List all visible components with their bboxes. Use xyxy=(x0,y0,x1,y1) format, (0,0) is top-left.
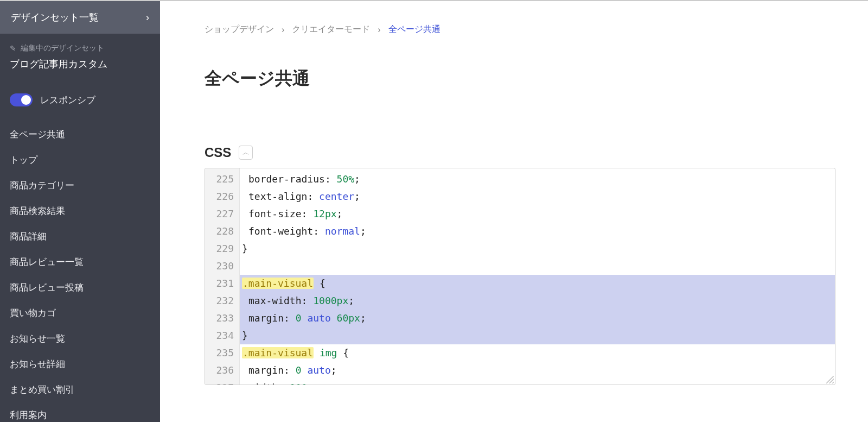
line-number: 230 xyxy=(205,257,234,275)
code-line[interactable]: font-size: 12px; xyxy=(240,205,835,223)
line-number: 236 xyxy=(205,362,234,379)
sidebar-item-review-post[interactable]: 商品レビュー投稿 xyxy=(0,275,160,300)
code-line[interactable]: text-align: center; xyxy=(240,188,835,205)
breadcrumb-sep-icon: › xyxy=(282,25,284,35)
responsive-toggle[interactable] xyxy=(10,93,33,106)
line-number: 228 xyxy=(205,223,234,240)
sidebar-item-news-detail[interactable]: お知らせ詳細 xyxy=(0,351,160,377)
line-number: 233 xyxy=(205,310,234,327)
sidebar-item-review-list[interactable]: 商品レビュー一覧 xyxy=(0,249,160,275)
line-number: 227 xyxy=(205,205,234,223)
breadcrumb-creator-mode[interactable]: クリエイターモード xyxy=(292,24,370,35)
editing-label-text: 編集中のデザインセット xyxy=(21,43,104,53)
line-number: 237 xyxy=(205,379,234,385)
sidebar-item-product-category[interactable]: 商品カテゴリー xyxy=(0,173,160,198)
css-section-title: CSS xyxy=(205,145,231,160)
css-editor[interactable]: 225226227228229230231232233234235236237 … xyxy=(205,168,835,385)
css-editor-code[interactable]: border-radius: 50%;text-align: center;fo… xyxy=(240,168,835,385)
line-number: 232 xyxy=(205,292,234,310)
css-collapse-button[interactable]: ︿ xyxy=(239,146,253,160)
line-number: 229 xyxy=(205,240,234,257)
code-line[interactable]: margin: 0 auto 60px; xyxy=(240,310,835,327)
code-line[interactable]: border-radius: 50%; xyxy=(240,171,835,188)
main: ショップデザイン › クリエイターモード › 全ページ共通 全ページ共通 CSS… xyxy=(160,1,868,422)
line-number: 235 xyxy=(205,344,234,362)
sidebar-item-product-search[interactable]: 商品検索結果 xyxy=(0,198,160,224)
code-line[interactable]: } xyxy=(240,327,835,344)
sidebar-item-bulk-discount[interactable]: まとめ買い割引 xyxy=(0,377,160,402)
breadcrumb: ショップデザイン › クリエイターモード › 全ページ共通 xyxy=(205,1,835,35)
code-line[interactable]: margin: 0 auto; xyxy=(240,362,835,379)
css-editor-gutter: 225226227228229230231232233234235236237 xyxy=(205,168,240,385)
code-line[interactable]: .main-visual { xyxy=(240,275,835,292)
sidebar-header[interactable]: デザインセット一覧 › xyxy=(0,1,160,34)
sidebar-nav: 全ページ共通 トップ 商品カテゴリー 商品検索結果 商品詳細 商品レビュー一覧 … xyxy=(0,117,160,422)
code-line[interactable]: font-weight: normal; xyxy=(240,223,835,240)
css-section-header: CSS ︿ xyxy=(205,145,835,160)
sidebar-item-news-list[interactable]: お知らせ一覧 xyxy=(0,326,160,351)
css-section: CSS ︿ 2252262272282292302312322332342352… xyxy=(205,145,835,385)
toggle-knob xyxy=(21,95,31,105)
app-root: デザインセット一覧 › ✎ 編集中のデザインセット ブログ記事用カスタム レスポ… xyxy=(0,0,868,422)
page-title: 全ページ共通 xyxy=(205,67,835,91)
sidebar-item-top[interactable]: トップ xyxy=(0,147,160,173)
breadcrumb-sep-icon: › xyxy=(378,25,380,35)
breadcrumb-shop-design[interactable]: ショップデザイン xyxy=(205,24,274,35)
code-line[interactable] xyxy=(240,257,835,275)
code-line[interactable]: } xyxy=(240,240,835,257)
pencil-icon: ✎ xyxy=(10,44,16,53)
line-number: 225 xyxy=(205,171,234,188)
code-line[interactable]: max-width: 1000px; xyxy=(240,292,835,310)
sidebar-header-label: デザインセット一覧 xyxy=(11,11,99,24)
sidebar: デザインセット一覧 › ✎ 編集中のデザインセット ブログ記事用カスタム レスポ… xyxy=(0,1,160,422)
sidebar-item-cart[interactable]: 買い物カゴ xyxy=(0,300,160,326)
chevron-up-icon: ︿ xyxy=(242,148,250,158)
sidebar-item-product-detail[interactable]: 商品詳細 xyxy=(0,224,160,249)
sidebar-item-guide[interactable]: 利用案内 xyxy=(0,402,160,422)
editing-design-set-name: ブログ記事用カスタム xyxy=(10,58,150,71)
resize-handle-icon[interactable] xyxy=(826,376,834,383)
line-number: 231 xyxy=(205,275,234,292)
chevron-right-icon: › xyxy=(146,12,149,23)
sidebar-item-all-pages[interactable]: 全ページ共通 xyxy=(0,122,160,147)
code-line[interactable]: .main-visual img { xyxy=(240,344,835,362)
editing-design-set: ✎ 編集中のデザインセット ブログ記事用カスタム xyxy=(0,34,160,81)
responsive-label: レスポンシブ xyxy=(40,94,95,106)
line-number: 234 xyxy=(205,327,234,344)
editing-label-row: ✎ 編集中のデザインセット xyxy=(10,43,150,53)
breadcrumb-current: 全ページ共通 xyxy=(388,24,441,35)
responsive-toggle-row: レスポンシブ xyxy=(0,81,160,117)
code-line[interactable]: width: 100%; xyxy=(240,379,835,385)
line-number: 226 xyxy=(205,188,234,205)
